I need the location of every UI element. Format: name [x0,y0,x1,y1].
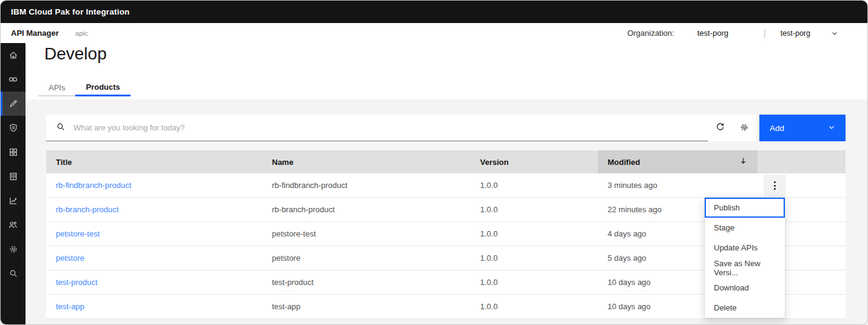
table-settings-button[interactable] [732,115,756,141]
analytics-icon [8,196,18,206]
table-row: rb-findbranch-product rb-findbranch-prod… [46,173,846,198]
search-icon [56,122,66,134]
product-name: petstore [262,246,470,270]
refresh-icon [715,122,725,134]
product-version: 1.0.0 [470,222,598,246]
product-version: 1.0.0 [470,295,598,318]
search-icon [8,269,18,278]
catalog-icon [8,172,18,181]
menu-item-delete[interactable]: Delete [705,298,785,318]
app-name: API Manager [11,28,59,38]
develop-tabs: APIs Products [38,79,131,96]
add-button[interactable]: Add [759,115,846,141]
product-name: petstore-test [262,222,470,246]
menu-item-stage[interactable]: Stage [705,218,785,238]
product-name: test-app [262,295,470,318]
gear-icon [739,122,749,134]
menu-item-download[interactable]: Download [705,278,785,298]
organization-name: test-porg [697,28,728,38]
platform-title: IBM Cloud Pak for Integration [11,7,130,16]
row-context-menu: Publish Stage Update APIs Save as New Ve… [704,197,785,318]
shield-icon [8,123,18,133]
home-icon [8,50,18,60]
grid-icon [8,147,18,157]
product-version: 1.0.0 [470,246,598,270]
organization-label: Organization: [627,28,674,38]
column-header-modified[interactable]: Modified [598,150,758,173]
tab-products[interactable]: Products [75,79,130,96]
menu-item-update-apis[interactable]: Update APIs [705,238,785,258]
product-title-link[interactable]: test-app [46,295,262,318]
sidebar-item-apps[interactable] [1,140,25,164]
search-box [46,115,708,141]
app-header: API Manager apic Organization: test-porg… [1,23,867,43]
sort-descending-icon [739,156,748,167]
refresh-button[interactable] [708,115,732,141]
chevron-down-icon[interactable] [831,30,838,37]
develop-pencil-icon [8,99,18,109]
members-icon [8,220,18,230]
product-name: test-product [262,270,470,294]
column-header-title[interactable]: Title [46,150,262,173]
menu-item-publish[interactable]: Publish [705,198,785,218]
column-header-modified-label: Modified [608,158,640,167]
column-header-name[interactable]: Name [262,150,470,173]
platform-titlebar: IBM Cloud Pak for Integration [1,1,867,23]
chevron-down-icon [828,124,835,133]
left-nav [1,43,25,324]
search-input[interactable] [73,123,708,132]
menu-item-save-as-new-version[interactable]: Save as New Versi... [705,258,785,278]
organization-selector[interactable]: test-porg [781,29,810,38]
product-version: 1.0.0 [470,270,598,294]
product-title-link[interactable]: petstore [46,246,262,270]
app-header-left: API Manager apic [11,28,88,38]
product-title-link[interactable]: rb-findbranch-product [46,173,262,197]
overflow-menu-button[interactable] [764,175,786,197]
product-modified: 3 minutes ago [598,173,758,197]
discover-icon [8,75,18,84]
product-version: 1.0.0 [470,198,598,221]
sidebar-item-analytics[interactable] [1,189,25,213]
product-title-link[interactable]: rb-branch-product [46,198,262,221]
sidebar-item-discover[interactable] [1,67,25,92]
sidebar-item-search[interactable] [1,261,25,286]
product-name: rb-findbranch-product [262,173,470,197]
kebab-icon [774,181,776,190]
sidebar-item-members[interactable] [1,213,25,237]
sidebar-item-policies[interactable] [1,116,25,140]
page-title: Develop [44,44,107,64]
table-toolbar: Add [46,115,846,141]
tab-apis[interactable]: APIs [38,79,75,96]
sidebar-item-home[interactable] [1,43,25,67]
organization-bar: Organization: test-porg | test-porg [627,28,838,38]
table-header-row: Title Name Version Modified [46,150,846,173]
instance-name: apic [75,30,88,37]
app-window: IBM Cloud Pak for Integration API Manage… [0,0,868,325]
column-header-version[interactable]: Version [470,150,598,173]
sidebar-item-settings[interactable] [1,237,25,261]
sidebar-item-catalog[interactable] [1,164,25,189]
add-button-label: Add [770,124,784,133]
product-version: 1.0.0 [470,173,598,197]
product-title-link[interactable]: petstore-test [46,222,262,246]
settings-gear-icon [8,244,18,254]
divider: | [764,28,766,38]
row-actions-cell [758,173,846,197]
column-header-actions [758,150,846,173]
product-name: rb-branch-product [262,198,470,221]
product-title-link[interactable]: test-product [46,270,262,294]
sidebar-item-develop[interactable] [1,92,25,116]
